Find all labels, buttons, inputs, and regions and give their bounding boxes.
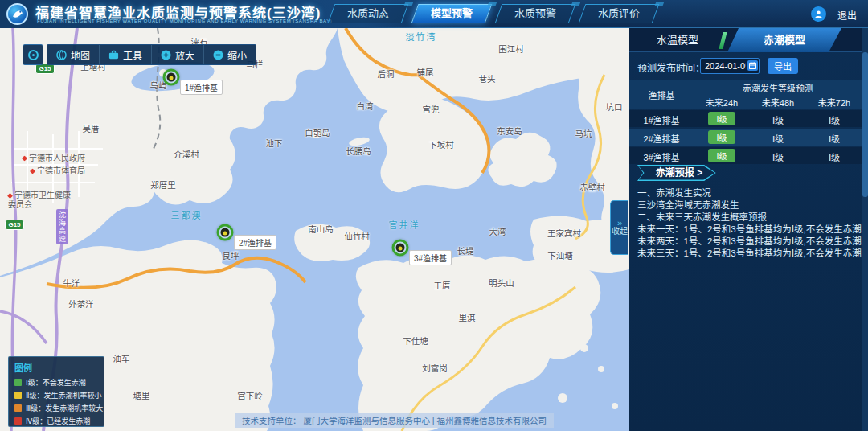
table-row: 1#渔排基 Ⅰ级 Ⅰ级 Ⅰ级 [629,110,862,127]
nav-tab-label: 水质评价 [583,5,655,23]
nav-tab-label: 水质预警 [499,5,571,23]
nav-tab-label: 模型预警 [416,5,488,23]
legend-item: Ⅰ级：不会发生赤潮 [14,377,98,388]
level-badge: Ⅰ级 [708,112,735,125]
water-label: 三都澳 [171,208,203,221]
panel-controls: 预测发布时间： 导出 [629,52,868,80]
nav-tab-label: 水质动态 [332,5,404,23]
crosshair-icon [28,50,39,60]
map-canvas[interactable]: 三都澳 官井洋 淡竹湾 浃石 乌屿 上塘村 马栏 后洞 铺尾 围江村 巷头 白湾… [0,28,629,431]
calendar-icon[interactable] [747,60,758,71]
level-cell: Ⅰ级 [750,132,806,145]
locate-button[interactable] [23,44,43,65]
report-line: 二、未来三天赤潮发生概率预报 [637,210,767,223]
column-group-header: 赤潮发生等级预测 [694,81,862,94]
poi-label: 宁德市人民政府 [23,151,85,163]
scrollbar-thumb[interactable] [862,52,868,197]
water-label: 官井洋 [389,218,420,231]
logout-button[interactable]: 退出 [837,8,857,22]
nav-tab-water-evaluation[interactable]: 水质评价 [579,4,660,23]
level-cell: Ⅰ级 [750,150,806,163]
toolbar-map-label: 地图 [71,48,90,62]
map-legend: 图例 Ⅰ级：不会发生赤潮 Ⅱ级：发生赤潮机率较小 Ⅲ级：发生赤潮机率较大 Ⅳ级：… [8,356,104,427]
column-header-48h: 未来48h [750,96,806,109]
road-name-label: 沈海高速 [56,209,68,244]
zoom-in-icon [161,50,171,60]
report-line: 三沙湾全海域无赤潮发生 [637,198,739,211]
export-button[interactable]: 导出 [768,58,798,74]
publish-time-label: 预测发布时间： [637,60,705,74]
tab-label: 赤潮模型 [727,28,841,52]
red-tide-forecast-button[interactable]: 赤潮预报 > [637,165,721,181]
legend-title: 图例 [14,361,98,374]
panel-collapse-button[interactable]: » 收起 [610,200,628,255]
legend-item: Ⅱ级：发生赤潮机率较小 [14,390,98,400]
model-tabs: 水温模型 赤潮模型 [629,28,868,52]
main-nav: 水质动态 模型预警 水质预警 水质评价 [331,4,656,23]
app-logo-icon [6,3,28,25]
legend-label: Ⅲ级：发生赤潮机率较大 [26,403,103,413]
column-header-24h: 未来24h [694,96,750,109]
chevron-right-icon: » [617,219,622,227]
table-row: 3#渔排基 Ⅰ级 Ⅰ级 Ⅰ级 [629,147,862,164]
toolbar-tools-button[interactable]: 工具 [99,45,151,64]
page-subtitle: FUJIAN INTELLIGENT FISHERY WATER QUALITY… [37,18,332,23]
attribution-text: 技术支持单位： 厦门大学海洋监测与信息服务中心 | 福州鑫博雅信息技术有限公司 [235,413,554,428]
tab-red-tide-model[interactable]: 赤潮模型 [727,28,841,52]
toolbar-zoom-out-label: 缩小 [227,48,247,62]
toolbar-zoom-in-button[interactable]: 放大 [151,45,203,64]
zoom-out-icon [213,50,223,60]
level-badge: Ⅰ级 [708,130,735,144]
report-line: 未来三天：1号、2号和3号鱼排基均为Ⅰ级,不会发生赤潮。 [637,246,868,259]
legend-swatch-level4 [14,417,22,425]
water-label: 淡竹湾 [406,30,437,43]
marker-fishraft-3[interactable] [392,240,409,257]
collapse-label: 收起 [612,227,628,236]
table-row: 2#渔排基 Ⅰ级 Ⅰ级 Ⅰ级 [629,129,862,146]
level-cell: Ⅰ级 [806,132,862,145]
level-cell: Ⅰ级 [806,113,862,126]
nav-tab-model-warning[interactable]: 模型预警 [411,4,493,23]
marker-fishraft-1[interactable] [163,69,180,86]
app: 三都澳 官井洋 淡竹湾 浃石 乌屿 上塘村 马栏 后洞 铺尾 围江村 巷头 白湾… [0,0,868,431]
marker-label: 1#渔排基 [180,80,223,95]
nav-tab-water-dynamics[interactable]: 水质动态 [328,4,409,23]
column-header-72h: 未来72h [806,96,862,109]
level-cell: Ⅰ级 [806,150,862,163]
report-line: 未来两天：1号、2号和3号鱼排基均为Ⅰ级,不会发生赤潮。 [637,234,868,247]
toolbar-zoom-out-button[interactable]: 缩小 [203,45,256,64]
column-header-raft: 渔排基 [629,88,694,101]
road-badge-g15: G15 [5,220,24,230]
row-name: 2#渔排基 [629,132,694,145]
user-avatar[interactable] [811,6,826,22]
legend-label: Ⅳ级：已经发生赤潮 [26,416,90,426]
legend-swatch-level2 [14,392,22,399]
marker-label: 3#渔排基 [409,250,452,265]
marker-fishraft-2[interactable] [217,224,234,241]
report-line: 一、赤潮发生实况 [637,186,711,199]
user-icon [814,10,823,18]
app-header: 福建省智慧渔业水质监测与预警系统(三沙湾) FUJIAN INTELLIGENT… [0,0,868,28]
poi-label: 宁德市卫生健康委员会 [8,191,71,210]
legend-swatch-level3 [14,404,22,412]
legend-item: Ⅲ级：发生赤潮机率较大 [14,403,98,413]
legend-label: Ⅱ级：发生赤潮机率较小 [26,390,101,400]
globe-icon [56,50,67,60]
map-toolbar: 地图 工具 放大 缩小 [47,44,256,65]
poi-label: 宁德市体育局 [31,164,85,176]
toolbar-zoom-in-label: 放大 [175,48,194,62]
nav-tab-water-warning[interactable]: 水质预警 [495,4,576,23]
toolbar-map-button[interactable]: 地图 [47,45,99,64]
row-name: 3#渔排基 [629,150,694,163]
panel-scrollbar [862,28,868,431]
level-badge: Ⅰ级 [708,149,735,162]
tab-water-temp-model[interactable]: 水温模型 [629,28,726,52]
marker-label: 2#渔排基 [234,235,276,250]
report-line: 未来一天：1号、2号和3号鱼排基均为Ⅰ级,不会发生赤潮。 [637,222,868,235]
toolbox-icon [108,50,119,60]
model-panel: 水温模型 赤潮模型 预测发布时间： 导出 渔排基 赤潮发生等级预测 未来24h … [629,28,868,431]
row-name: 1#渔排基 [629,113,694,126]
legend-label: Ⅰ级：不会发生赤潮 [26,377,86,388]
legend-swatch-level1 [14,379,22,386]
legend-item: Ⅳ级：已经发生赤潮 [14,416,98,426]
